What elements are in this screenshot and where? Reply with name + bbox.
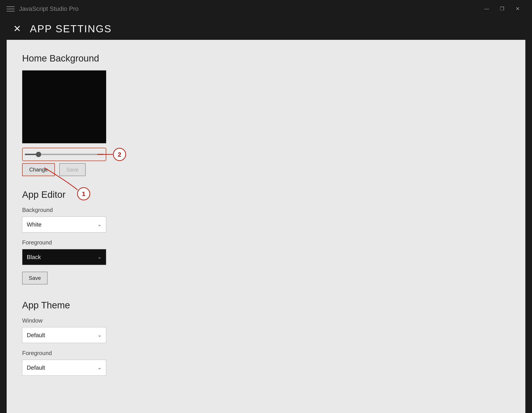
foreground-dropdown[interactable]: Black ⌄ [22,249,106,265]
window-dropdown[interactable]: Default ⌄ [22,327,106,343]
theme-foreground-selected-value: Default [27,364,45,371]
hamburger-menu-icon[interactable] [7,6,15,11]
app-name: JavaScript Studio Pro [19,5,79,12]
home-background-title: Home Background [22,53,510,64]
brightness-slider-box [22,148,106,161]
settings-title: APP SETTINGS [30,23,112,35]
home-save-button[interactable]: Save [59,163,86,176]
button-row: Change Save [22,163,510,176]
window-label: Window [22,317,510,324]
main-content: Home Background 2 Change Save [7,40,525,413]
theme-foreground-dropdown[interactable]: Default ⌄ [22,360,106,375]
slider-annotation-wrapper: 2 [22,148,155,161]
background-selected-value: White [27,221,41,228]
background-preview [22,70,106,143]
button-section: Change Save 1 [22,163,510,176]
window-chevron-icon: ⌄ [98,332,102,338]
foreground-label: Foreground [22,239,510,246]
window-selected-value: Default [27,332,45,339]
brightness-slider[interactable] [25,154,104,155]
app-theme-section: App Theme Window Default ⌄ Foreground De… [22,300,510,375]
foreground-chevron-icon: ⌄ [98,254,102,260]
app-editor-section: App Editor Background White ⌄ Foreground… [22,189,510,300]
annotation-2-svg: 2 [97,148,142,165]
settings-header: ✕ APP SETTINGS [0,18,532,40]
app-editor-title: App Editor [22,189,510,200]
title-bar-left: JavaScript Studio Pro [7,5,79,12]
title-bar-controls: — ❐ ✕ [479,3,525,14]
background-chevron-icon: ⌄ [98,222,102,227]
theme-foreground-chevron-icon: ⌄ [98,365,102,371]
close-button[interactable]: ✕ [510,3,525,14]
svg-text:2: 2 [118,151,121,158]
background-dropdown[interactable]: White ⌄ [22,216,106,233]
maximize-button[interactable]: ❐ [494,3,510,14]
background-label: Background [22,206,510,214]
foreground-selected-value: Black [27,254,41,261]
minimize-button[interactable]: — [479,3,494,14]
settings-close-button[interactable]: ✕ [13,24,21,33]
app-theme-title: App Theme [22,300,510,310]
home-background-section: Home Background 2 Change Save [22,53,510,176]
editor-save-button[interactable]: Save [22,272,48,284]
theme-foreground-label: Foreground [22,350,510,357]
title-bar: JavaScript Studio Pro — ❐ ✕ [0,0,532,18]
change-button[interactable]: Change [22,163,55,176]
